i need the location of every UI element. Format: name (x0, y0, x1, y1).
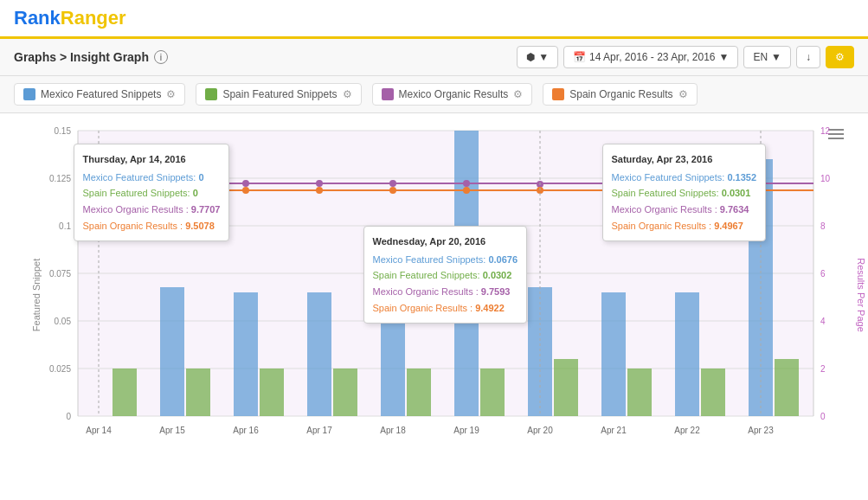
svg-rect-31 (601, 292, 626, 416)
chart-container: Featured Snippet Results Per Page 0.15 (26, 122, 848, 468)
toolbar-right: ⬢ ▼ 📅 14 Apr, 2016 - 23 Apr, 2016 ▼ EN ▼… (517, 46, 854, 68)
svg-text:Apr 14: Apr 14 (86, 426, 112, 435)
tooltip-apr23-mexico-organic: Mexico Organic Results : 9.7634 (612, 202, 757, 218)
date-chevron-icon: ▼ (719, 51, 730, 63)
svg-rect-34 (113, 369, 137, 416)
tooltip-apr23-date: Saturday, Apr 23, 2016 (612, 151, 757, 168)
graph-selector-button[interactable]: ⬢ ▼ (517, 46, 558, 68)
svg-point-61 (463, 187, 470, 194)
svg-text:Apr 16: Apr 16 (233, 426, 259, 435)
tooltip-apr23-spain-featured: Spain Featured Snippets: 0.0301 (612, 185, 757, 202)
mexico-organic-label: Mexico Organic Results (399, 88, 509, 100)
settings-icon: ⚙ (835, 51, 845, 63)
logo: RankRanger (14, 7, 126, 29)
svg-text:4: 4 (820, 317, 826, 326)
chart-area: Featured Snippet Results Per Page 0.15 (0, 113, 868, 477)
tooltip-apr14-spain-featured: Spain Featured Snippets: 0 (83, 185, 221, 202)
tooltip-apr20: Wednesday, Apr 20, 2016 Mexico Featured … (363, 226, 528, 324)
svg-rect-42 (701, 369, 725, 416)
svg-point-47 (242, 180, 249, 187)
svg-text:0: 0 (820, 412, 826, 421)
svg-text:0.15: 0.15 (54, 126, 71, 136)
spain-featured-gear-icon[interactable]: ⚙ (343, 88, 352, 100)
legend-item-spain-organic[interactable]: Spain Organic Results ⚙ (543, 83, 697, 106)
svg-rect-27 (307, 292, 331, 416)
legend-item-mexico-organic[interactable]: Mexico Organic Results ⚙ (372, 83, 533, 106)
svg-text:0.05: 0.05 (54, 317, 71, 326)
tooltip-apr20-spain-featured: Spain Featured Snippets: 0.0302 (373, 267, 518, 284)
tooltip-apr14-date: Thursday, Apr 14, 2016 (83, 151, 221, 168)
svg-point-58 (242, 187, 249, 194)
tooltip-apr20-spain-organic: Spain Organic Results : 9.4922 (373, 300, 518, 317)
date-range-button[interactable]: 📅 14 Apr, 2016 - 23 Apr, 2016 ▼ (563, 46, 738, 68)
legend-item-mexico-featured[interactable]: Mexico Featured Snippets ⚙ (14, 83, 185, 106)
svg-text:12: 12 (820, 126, 831, 136)
svg-rect-36 (260, 369, 284, 416)
download-icon: ↓ (806, 51, 811, 63)
info-icon[interactable]: i (154, 50, 168, 64)
tooltip-apr14-mexico-organic: Mexico Organic Results : 9.7707 (83, 202, 221, 218)
legend-item-spain-featured[interactable]: Spain Featured Snippets ⚙ (196, 83, 361, 106)
spain-featured-dot (205, 88, 217, 100)
mexico-featured-label: Mexico Featured Snippets (41, 88, 161, 100)
svg-text:0.075: 0.075 (48, 269, 70, 279)
tooltip-apr14-spain-organic: Spain Organic Results : 9.5078 (83, 218, 221, 234)
svg-point-49 (389, 180, 396, 187)
date-range-label: 14 Apr, 2016 - 23 Apr, 2016 (589, 51, 715, 63)
svg-rect-35 (186, 369, 210, 416)
svg-text:2: 2 (820, 364, 826, 374)
page-title: Graphs > Insight Graph (14, 50, 149, 64)
svg-text:Apr 21: Apr 21 (601, 426, 627, 435)
svg-text:0: 0 (66, 412, 71, 421)
svg-point-60 (389, 187, 396, 194)
svg-rect-32 (675, 292, 699, 416)
mexico-featured-dot (23, 88, 35, 100)
mexico-organic-dot (382, 88, 394, 100)
tooltip-apr20-mexico-organic: Mexico Organic Results : 9.7593 (373, 284, 518, 300)
tooltip-apr23: Saturday, Apr 23, 2016 Mexico Featured S… (602, 144, 767, 241)
toolbar: Graphs > Insight Graph i ⬢ ▼ 📅 14 Apr, 2… (0, 39, 868, 76)
svg-rect-26 (234, 292, 258, 416)
svg-text:0.025: 0.025 (48, 364, 70, 374)
logo-rank: Rank (14, 7, 61, 29)
svg-point-59 (316, 187, 323, 194)
language-chevron-icon: ▼ (771, 51, 781, 63)
spain-organic-gear-icon[interactable]: ⚙ (678, 88, 688, 100)
svg-text:Apr 22: Apr 22 (674, 426, 700, 435)
graph-selector-chevron: ▼ (538, 51, 549, 63)
tooltip-apr14-mexico-featured: Mexico Featured Snippets: 0 (83, 170, 221, 186)
svg-text:Apr 17: Apr 17 (306, 426, 332, 435)
tooltip-apr23-mexico-featured: Mexico Featured Snippets: 0.1352 (612, 170, 757, 186)
svg-text:0.125: 0.125 (48, 174, 70, 183)
svg-text:Apr 20: Apr 20 (527, 426, 553, 435)
svg-text:0.1: 0.1 (59, 221, 71, 231)
svg-text:Apr 19: Apr 19 (453, 426, 479, 435)
header: RankRanger (0, 0, 868, 39)
logo-ranger: Ranger (61, 7, 126, 29)
svg-point-50 (463, 180, 470, 187)
svg-rect-39 (480, 369, 505, 416)
spain-featured-label: Spain Featured Snippets (222, 88, 337, 100)
tooltip-apr23-spain-organic: Spain Organic Results : 9.4967 (612, 218, 757, 234)
language-button[interactable]: EN ▼ (743, 46, 791, 68)
svg-text:Apr 18: Apr 18 (380, 426, 406, 435)
svg-text:Apr 23: Apr 23 (748, 426, 774, 435)
svg-point-48 (316, 180, 323, 187)
svg-text:Apr 15: Apr 15 (159, 426, 185, 435)
svg-text:6: 6 (820, 269, 826, 279)
mexico-featured-gear-icon[interactable]: ⚙ (166, 88, 176, 100)
svg-rect-38 (407, 369, 431, 416)
language-label: EN (753, 51, 768, 63)
settings-button[interactable]: ⚙ (826, 46, 854, 68)
tooltip-apr20-mexico-featured: Mexico Featured Snippets: 0.0676 (373, 252, 518, 268)
tooltip-apr20-date: Wednesday, Apr 20, 2016 (373, 234, 518, 250)
svg-text:10: 10 (820, 174, 831, 183)
cube-icon: ⬢ (526, 51, 535, 63)
legend-bar: Mexico Featured Snippets ⚙ Spain Feature… (0, 76, 868, 113)
svg-rect-25 (160, 287, 184, 416)
calendar-icon: 📅 (573, 51, 586, 63)
download-button[interactable]: ↓ (796, 46, 820, 68)
toolbar-left: Graphs > Insight Graph i (14, 50, 168, 64)
svg-rect-43 (775, 359, 799, 416)
mexico-organic-gear-icon[interactable]: ⚙ (513, 88, 523, 100)
